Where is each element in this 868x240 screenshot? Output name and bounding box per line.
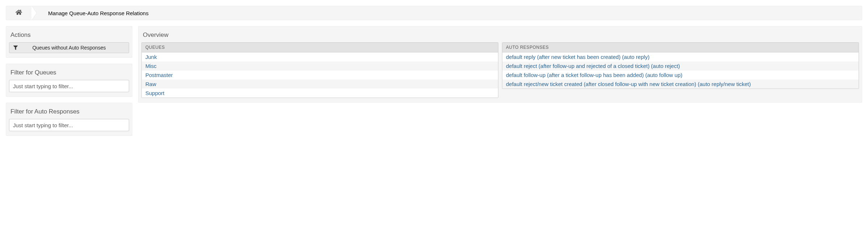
- table-row: Postmaster: [142, 70, 498, 80]
- chevron-right-icon: [31, 6, 37, 20]
- table-row: Support: [142, 89, 498, 98]
- queue-link[interactable]: Misc: [145, 63, 157, 69]
- filter-auto-input[interactable]: [9, 119, 129, 131]
- filter-icon: [9, 46, 22, 50]
- auto-response-link[interactable]: default follow-up (after a ticket follow…: [506, 72, 682, 78]
- filter-queues-panel: Filter for Queues: [6, 64, 132, 97]
- table-row: Misc: [142, 61, 498, 70]
- breadcrumb: Manage Queue-Auto Response Relations: [6, 6, 862, 20]
- queue-link[interactable]: Postmaster: [145, 72, 173, 78]
- table-row: default reject/new ticket created (after…: [502, 80, 859, 89]
- auto-response-link[interactable]: default reply (after new ticket has been…: [506, 54, 650, 60]
- table-row: Junk: [142, 52, 498, 61]
- page-title: Manage Queue-Auto Response Relations: [36, 10, 149, 16]
- breadcrumb-home[interactable]: [6, 6, 31, 20]
- overview-header: Overview: [141, 29, 859, 42]
- table-row: Raw: [142, 80, 498, 89]
- queue-link[interactable]: Junk: [145, 54, 157, 60]
- queues-table: QUEUES JunkMiscPostmasterRawSupport: [141, 42, 498, 98]
- auto-responses-table: AUTO RESPONSES default reply (after new …: [502, 42, 859, 89]
- table-row: default reject (after follow-up and reje…: [502, 61, 859, 70]
- queues-without-auto-button[interactable]: Queues without Auto Responses: [9, 42, 129, 53]
- filter-auto-header: Filter for Auto Responses: [9, 106, 129, 119]
- filter-queues-input[interactable]: [9, 80, 129, 92]
- actions-panel: Actions Queues without Auto Responses: [6, 26, 132, 58]
- auto-response-link[interactable]: default reject (after follow-up and reje…: [506, 63, 680, 69]
- table-row: default follow-up (after a ticket follow…: [502, 70, 859, 80]
- table-row: default reply (after new ticket has been…: [502, 52, 859, 61]
- actions-header: Actions: [9, 29, 129, 42]
- queue-link[interactable]: Raw: [145, 81, 156, 87]
- overview-panel: Overview QUEUES JunkMiscPostmasterRawSup…: [138, 26, 862, 103]
- auto-column-header: AUTO RESPONSES: [502, 43, 859, 52]
- home-icon: [16, 9, 22, 17]
- auto-response-link[interactable]: default reject/new ticket created (after…: [506, 81, 751, 87]
- filter-queues-header: Filter for Queues: [9, 67, 129, 80]
- action-label: Queues without Auto Responses: [22, 45, 129, 51]
- filter-auto-panel: Filter for Auto Responses: [6, 103, 132, 136]
- queue-link[interactable]: Support: [145, 90, 165, 96]
- queues-column-header: QUEUES: [142, 43, 498, 52]
